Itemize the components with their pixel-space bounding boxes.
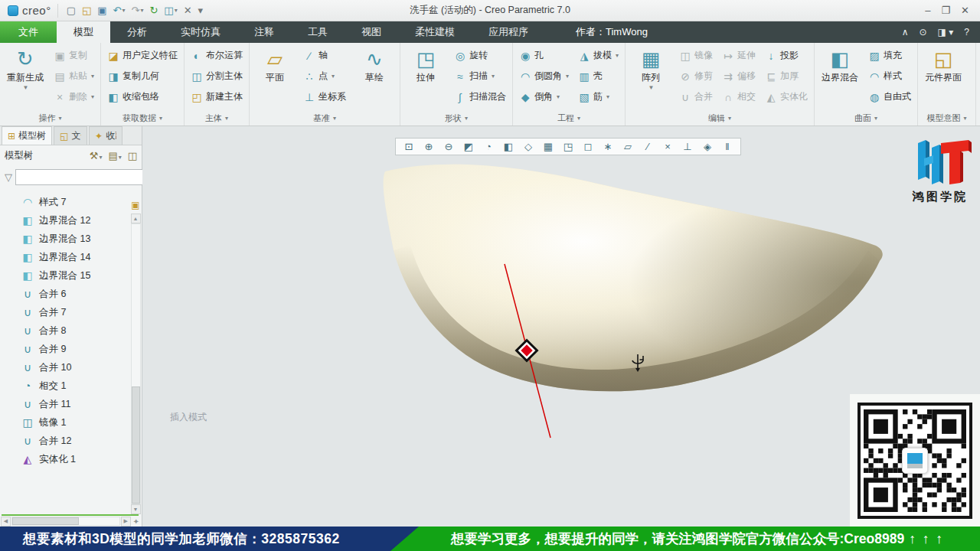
repaint-button[interactable]: ◩ xyxy=(459,139,478,154)
zoom-out-button[interactable]: ⊖ xyxy=(439,139,458,154)
tree-horizontal-scrollbar[interactable]: ◀ ▶ ✦ xyxy=(0,516,142,527)
ribbon-group-label[interactable]: 形状▾ xyxy=(403,110,509,126)
minimize-button[interactable]: – xyxy=(925,5,930,16)
navigator-tab-收藏[interactable]: ✦收藏 xyxy=(89,126,122,145)
style-button[interactable]: ◠样式 xyxy=(865,66,914,86)
tree-item[interactable]: ∪合并 6 xyxy=(2,285,142,303)
tab-注释[interactable]: 注释 xyxy=(237,21,291,43)
revolve-button[interactable]: ◎旋转 xyxy=(451,45,509,66)
ribbon-group-label[interactable]: 曲面▾ xyxy=(818,110,914,126)
tab-实时仿真[interactable]: 实时仿真 xyxy=(164,21,237,43)
datum-point-button[interactable]: ∴点▾ xyxy=(300,66,349,86)
v-scroll-track[interactable] xyxy=(131,223,141,504)
round-button[interactable]: ◠倒圆角▾ xyxy=(516,66,572,86)
navigator-tab-模型树[interactable]: ⊞模型树 xyxy=(2,126,52,145)
split-body-button[interactable]: ◫分割主体 xyxy=(188,66,246,86)
tree-search-input[interactable] xyxy=(16,171,141,184)
open-file-button[interactable]: ◱ xyxy=(80,4,93,18)
sketch-button[interactable]: ∿草绘 xyxy=(352,45,397,84)
rib-button[interactable]: ▧筋▾ xyxy=(575,86,622,107)
tree-item[interactable]: ◭实体化 1 xyxy=(2,450,142,468)
tree-vertical-scrollbar[interactable]: ▣ ▲ ▼ xyxy=(130,200,141,514)
tree-item[interactable]: ∪合并 9 xyxy=(2,340,142,358)
axis-display-button[interactable]: ∕ xyxy=(639,139,657,154)
new-body-button[interactable]: ◰新建主体 xyxy=(188,86,246,107)
tab-应用程序[interactable]: 应用程序 xyxy=(472,21,545,43)
minimize-ribbon-icon[interactable]: ∧ xyxy=(902,27,909,37)
last-orientation-button[interactable]: ◳ xyxy=(559,139,577,154)
navigator-tab-文件[interactable]: ◱文件 xyxy=(54,126,87,145)
ribbon-group-label[interactable]: 主体▾ xyxy=(188,110,246,126)
tree-item[interactable]: ∪合并 8 xyxy=(2,321,142,340)
undo-button[interactable]: ↶▾ xyxy=(111,4,128,18)
extrude-button[interactable]: ◳拉伸 xyxy=(403,45,448,84)
pane-toggle-icon[interactable]: ▣ xyxy=(131,200,139,214)
scroll-right-icon[interactable]: ▶ xyxy=(121,517,131,527)
ribbon-group-label[interactable]: 工程▾ xyxy=(516,110,622,126)
regenerate-quick-button[interactable]: ↻ xyxy=(147,4,160,18)
tree-columns-icon[interactable]: ◫ xyxy=(128,150,137,161)
project-button[interactable]: ↓投影 xyxy=(762,45,811,66)
datum-axis-button[interactable]: ∕轴 xyxy=(300,45,349,66)
tree-tools-icon[interactable]: ⚒▾ xyxy=(90,150,103,161)
command-search-icon[interactable]: ⊙ xyxy=(920,27,927,37)
tree-item[interactable]: ◧边界混合 13 xyxy=(2,230,142,248)
ribbon-group-label[interactable]: 基准▾ xyxy=(253,110,397,126)
datum-plane-button[interactable]: ▱平面 xyxy=(253,45,297,84)
pattern-button[interactable]: ▦阵列▼ xyxy=(629,45,673,91)
graphics-viewport[interactable]: ⊡⊕⊖◩◔◧◇▦◳◻∗▱∕×⊥◈‖ 插入模式 鸿图学院 xyxy=(142,126,980,527)
h-scroll-track[interactable] xyxy=(11,517,120,526)
udf-button[interactable]: ◪用户定义特征 xyxy=(104,45,181,66)
boundary-blend-button[interactable]: ◧边界混合 xyxy=(818,45,862,84)
customize-qat-button[interactable]: ▾ xyxy=(196,4,206,18)
window-switch-button[interactable]: ◫▾ xyxy=(162,4,179,18)
tree-item[interactable]: ◧边界混合 15 xyxy=(2,266,142,285)
pause-button[interactable]: ‖ xyxy=(718,139,737,154)
help-icon[interactable]: ? xyxy=(964,27,969,37)
ribbon-group-label[interactable]: 编辑▾ xyxy=(629,110,811,126)
redo-button[interactable]: ↷▾ xyxy=(129,4,146,18)
perspective-button[interactable]: ◻ xyxy=(579,139,597,154)
saved-orientations-button[interactable]: ◇ xyxy=(519,139,537,154)
datum-display-filters-button[interactable]: ∗ xyxy=(599,139,617,154)
tab-分析[interactable]: 分析 xyxy=(110,21,164,43)
regenerate-button[interactable]: ↻重新生成▼ xyxy=(3,45,47,91)
splitter-corner-icon[interactable]: ✦ xyxy=(132,517,141,526)
tree-item[interactable]: ◔相交 1 xyxy=(2,377,142,395)
component-interface-button[interactable]: ◱元件界面 xyxy=(921,45,965,84)
shading-button[interactable]: ◔ xyxy=(479,139,498,154)
hole-button[interactable]: ◉孔 xyxy=(516,45,572,66)
tab-柔性建模[interactable]: 柔性建模 xyxy=(398,21,472,43)
display-style-button[interactable]: ◧ xyxy=(499,139,518,154)
v-scroll-thumb[interactable] xyxy=(132,386,140,504)
save-button[interactable]: ▣ xyxy=(95,4,109,18)
ribbon-group-label[interactable]: 获取数据▾ xyxy=(104,110,181,126)
view-manager-button[interactable]: ▦ xyxy=(539,139,557,154)
close-window-button[interactable]: ✕ xyxy=(181,4,194,18)
ribbon-group-label[interactable]: 操作▾ xyxy=(3,110,97,126)
zoom-fit-button[interactable]: ⊡ xyxy=(400,139,418,154)
spin-center-button[interactable]: ◈ xyxy=(698,139,717,154)
tab-模型[interactable]: 模型 xyxy=(57,21,110,43)
tree-item[interactable]: ∪合并 10 xyxy=(2,358,142,377)
tree-item[interactable]: ◠样式 7 xyxy=(2,193,142,211)
boolean-operations-button[interactable]: ◐布尔运算 xyxy=(188,45,246,66)
tree-item[interactable]: ∪合并 12 xyxy=(2,432,142,450)
maximize-button[interactable]: ❐ xyxy=(941,5,950,16)
scroll-left-icon[interactable]: ◀ xyxy=(1,517,11,527)
shrinkwrap-button[interactable]: ◧收缩包络 xyxy=(104,86,181,107)
chamfer-button[interactable]: ◆倒角▾ xyxy=(516,86,572,107)
fill-button[interactable]: ▨填充 xyxy=(865,45,914,66)
tree-item[interactable]: ∪合并 7 xyxy=(2,303,142,321)
shell-button[interactable]: ▥壳 xyxy=(575,66,622,86)
swept-blend-button[interactable]: ∫扫描混合 xyxy=(451,86,509,107)
copy-geometry-button[interactable]: ◨复制几何 xyxy=(104,66,181,86)
tree-item[interactable]: ◧边界混合 12 xyxy=(2,211,142,230)
freestyle-button[interactable]: ◍自由式 xyxy=(865,86,914,107)
window-style-icon[interactable]: ◨ ▾ xyxy=(938,27,954,37)
tree-item[interactable]: ◧边界混合 14 xyxy=(2,248,142,266)
plane-display-button[interactable]: ▱ xyxy=(619,139,637,154)
zoom-in-button[interactable]: ⊕ xyxy=(420,139,438,154)
h-scroll-thumb[interactable] xyxy=(12,517,79,525)
close-button[interactable]: ✕ xyxy=(961,5,969,16)
